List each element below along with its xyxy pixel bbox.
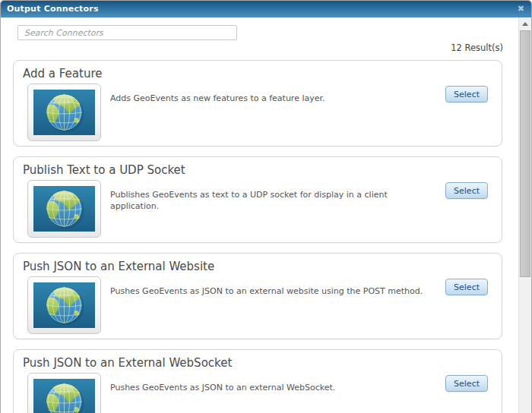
connector-list: Add a Feature [13,60,502,413]
select-button[interactable]: Select [445,279,488,295]
scrollbar-thumb[interactable] [520,30,530,277]
connector-thumbnail [27,276,101,334]
globe-icon [33,90,95,135]
connector-description: Adds GeoEvents as new features to a feat… [110,93,435,104]
connector-title: Push JSON to an External Website [23,260,502,273]
connector-card: Push JSON to an External WebSocket [13,349,502,413]
connector-description: Pushes GeoEvents as JSON to an external … [110,382,435,393]
connector-description: Pushes GeoEvents as JSON to an external … [110,285,435,297]
connector-title: Publish Text to a UDP Socket [23,163,502,177]
globe-icon [33,186,95,232]
results-count: 12 Result(s) [2,43,503,53]
globe-icon [33,379,95,413]
output-connectors-dialog: Output Connectors ✖ 12 Result(s) Add a F… [0,0,532,413]
search-input[interactable] [17,25,237,40]
connector-thumbnail [27,373,101,413]
dialog-title: Output Connectors [1,1,531,17]
connector-card: Add a Feature [13,60,502,147]
connector-description: Publishes GeoEvents as text to a UDP soc… [110,189,435,213]
connector-card: Push JSON to an External Website [13,253,502,339]
select-button[interactable]: Select [445,182,488,199]
connector-thumbnail [27,84,101,141]
select-button[interactable]: Select [445,375,488,392]
dialog-content: 12 Result(s) Add a Feature [2,17,518,413]
scrollbar-up-button[interactable] [519,17,531,30]
connector-card: Publish Text to a UDP Socket [13,156,502,243]
scrollbar-track[interactable] [518,17,531,413]
connector-title: Add a Feature [23,67,502,80]
globe-icon [33,282,95,328]
scroll-up-icon [522,22,528,26]
connector-title: Push JSON to an External WebSocket [23,356,502,370]
connector-thumbnail [27,180,101,238]
select-button[interactable]: Select [445,86,488,102]
close-icon[interactable]: ✖ [518,1,524,17]
dialog-titlebar[interactable]: Output Connectors ✖ [1,1,531,17]
